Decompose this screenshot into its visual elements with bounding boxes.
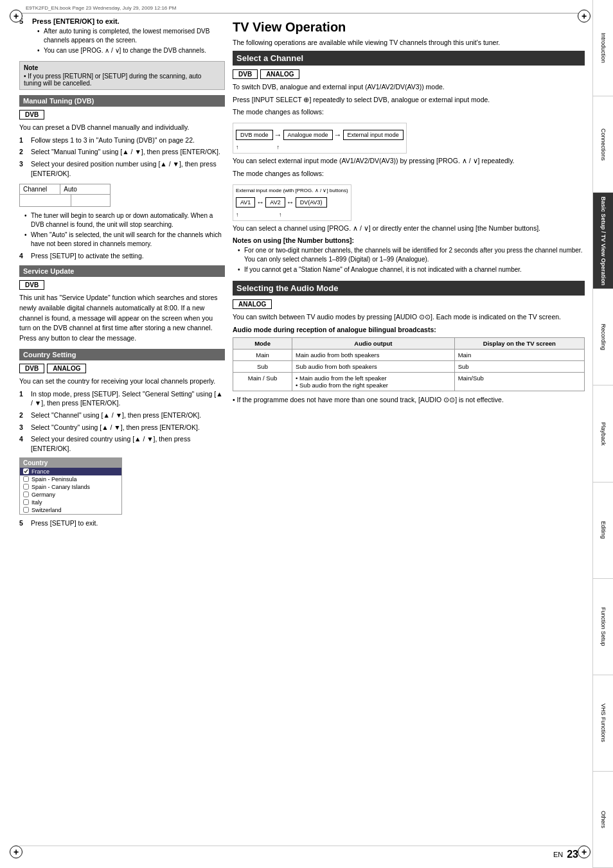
manual-tuning-steps: 1 Follow steps 1 to 3 in "Auto Tuning (D… [19,136,225,179]
channel-val [20,195,71,206]
audio-mode-table: Mode Audio output Display on the TV scre… [233,337,585,391]
corner-mark-br [578,846,591,858]
note-title: Note [24,64,220,71]
country-item-france: France [20,468,121,475]
flow-diagram-2: AV1 ↔ AV2 ↔ DV(AV3) [236,197,348,208]
badge-analog-audio: ANALOG [233,299,272,309]
audio-output-sub: Sub audio from both speakers [292,361,455,373]
step5-section: 5 Press [ENTER/OK] to exit. After auto t… [19,17,225,57]
badge-dvb-country: DVB [19,364,44,373]
service-update-badges: DVB [19,280,225,290]
corner-mark-tr [578,10,591,22]
audio-output-main: Main audio from both speakers [292,350,455,361]
sidebar-connections: Connections [593,96,613,193]
flow-arrow-1: → [274,130,282,139]
flow-box-dvb: DVB mode [236,130,273,140]
select-channel-heading: Select a Channel [233,51,585,66]
country-checkbox-germany[interactable] [23,492,29,497]
flow-diagram-1-container: DVB mode → Analogue mode → External inpu… [233,123,407,154]
country-step-2: 2 Select "Channel" using [▲ / ▼], then p… [19,411,225,420]
right-sidebar: Introduction Connections Basic Setup / T… [592,0,613,868]
sidebar-introduction: Introduction [593,0,613,96]
select-ch-para3: The mode changes as follows: [233,169,585,179]
auto-val [71,195,110,206]
corner-mark-tl [10,10,22,22]
channel-col-header: Channel [20,184,60,194]
sidebar-basic-setup: Basic Setup / TV View Operation [593,193,613,289]
sidebar-editing: Editing [593,483,613,579]
audio-mode-intro: You can switch between TV audio modes by… [233,312,585,323]
flow-arrow-3: ↔ [256,198,264,207]
audio-row-sub: Sub Sub audio from both speakers Sub [233,361,585,373]
flow-box-external: External input mode [343,130,404,140]
audio-display-mainsub: Main/Sub [454,373,584,391]
number-note-1: For one or two-digit number channels, th… [238,246,585,264]
country-checkbox-italy[interactable] [23,499,29,505]
channel-bullets: The tuner will begin to search up or dow… [24,211,225,249]
country-item-spain-pen: Spain - Peninsula [20,475,121,483]
country-checkbox-spain-pen[interactable] [23,476,29,482]
audio-row-main: Main Main audio from both speakers Main [233,350,585,361]
note-box: Note • If you press [RETURN] or [SETUP] … [19,61,225,90]
country-item-germany: Germany [20,491,121,499]
audio-note: • If the programme does not have more th… [233,395,585,405]
country-setting-heading: Country Setting [19,349,225,360]
sidebar-playback: Playback [593,385,613,482]
step5-bullets: After auto tuning is completed, the lowe… [37,27,225,55]
country-checkbox-france[interactable] [23,468,29,474]
sidebar-function-setup: Function Setup [593,579,613,675]
flow-return-1: ↑ ↑ [236,144,404,150]
flow-diagram-2-container: External input mode (with [PROG. ∧ / ∨] … [233,184,351,221]
select-ch-intro1: To switch DVB, analogue and external inp… [233,82,585,93]
channel-bullet-2: When "Auto" is selected, the unit will s… [24,231,225,249]
flow2-header: External input mode (with [PROG. ∧ / ∨] … [236,188,348,193]
flow-box-dv: DV(AV3) [296,197,327,208]
badge-analog-country: ANALOG [47,364,86,373]
number-note-2: If you cannot get a "Station Name" of An… [238,265,585,274]
country-step5-list: 5 Press [SETUP] to exit. [19,518,225,528]
country-checkbox-spain-can[interactable] [23,484,29,490]
country-step-5: 5 Press [SETUP] to exit. [19,518,225,528]
channel-bullet-1: The tuner will begin to search up or dow… [24,211,225,229]
country-setting-badges: DVB ANALOG [19,364,225,373]
manual-tuning-badges: DVB [19,110,225,120]
audio-col-display: Display on the TV screen [454,338,584,350]
manual-step4-list: 4 Press [SETUP] to activate the setting. [19,251,225,261]
country-list-header: Country [20,458,121,468]
flow-arrow-2: → [334,130,342,139]
audio-display-sub: Sub [454,361,584,373]
badge-dvb-manual: DVB [19,110,44,120]
country-item-spain-can: Spain - Canary Islands [20,483,121,491]
page-number: 23 [567,849,578,860]
country-item-italy: Italy [20,499,121,506]
manual-step-1: 1 Follow steps 1 to 3 in "Auto Tuning (D… [19,136,225,145]
audio-mode-sub: Sub [233,361,292,373]
file-header: E9TK2FD_EN.book Page 23 Wednesday, July … [19,5,585,13]
tv-view-title: TV View Operation [233,20,585,35]
flow-box-analogue: Analogue mode [283,130,333,140]
number-buttons-notes: For one or two-digit number channels, th… [238,246,585,274]
main-content: E9TK2FD_EN.book Page 23 Wednesday, July … [0,0,592,868]
sidebar-recording: Recording [593,289,613,385]
sidebar-others: Others [593,772,613,868]
audio-mode-mainsub: Main / Sub [233,373,292,391]
country-checkbox-switzerland[interactable] [23,507,29,513]
audio-table-heading: Audio mode during reception of analogue … [233,326,585,333]
service-update-text: This unit has "Service Update" function … [19,293,225,344]
manual-step-3: 3 Select your desired position number us… [19,159,225,178]
audio-output-mainsub: • Main audio from the left speaker• Sub … [292,373,455,391]
step5-bullet-2: You can use [PROG. ∧ / ∨] to change the … [37,46,225,55]
page-en-label: EN [553,851,563,858]
country-item-switzerland: Switzerland [20,506,121,514]
manual-step-2: 2 Select "Manual Tuning" using [▲ / ▼], … [19,147,225,157]
country-setting-steps: 1 In stop mode, press [SETUP]. Select "G… [19,389,225,454]
manual-step-4: 4 Press [SETUP] to activate the setting. [19,251,225,261]
note-text: • If you press [RETURN] or [SETUP] durin… [24,73,220,87]
audio-mode-main: Main [233,350,292,361]
tv-view-intro: The following operations are available w… [233,38,585,48]
corner-mark-bl [10,846,22,858]
country-step-4: 4 Select your desired country using [▲ /… [19,434,225,453]
audio-row-mainsub: Main / Sub • Main audio from the left sp… [233,373,585,391]
country-list-box: Country France Spain - Peninsula Spain -… [19,457,122,515]
flow-box-av1: AV1 [236,197,255,208]
